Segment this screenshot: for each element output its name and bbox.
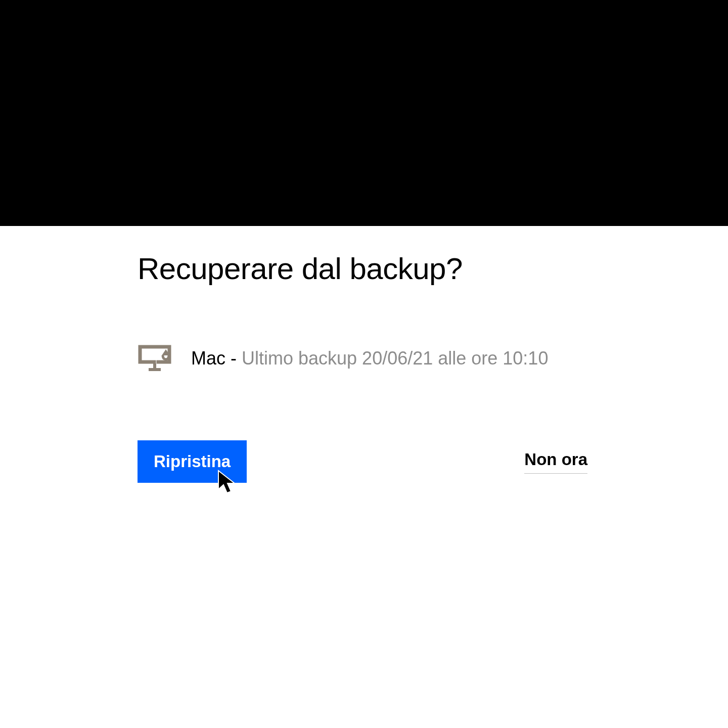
- backup-info-row: Mac - Ultimo backup 20/06/21 alle ore 10…: [138, 344, 728, 372]
- top-bar: [0, 0, 728, 226]
- restore-button[interactable]: Ripristina: [138, 440, 247, 483]
- separator: -: [225, 348, 242, 369]
- dialog-content: Recuperare dal backup? Mac - Ultimo back…: [0, 226, 728, 483]
- button-row: Ripristina Non ora: [138, 440, 587, 483]
- not-now-button[interactable]: Non ora: [524, 450, 587, 474]
- monitor-restore-icon: [138, 344, 172, 372]
- backup-detail: Ultimo backup 20/06/21 alle ore 10:10: [242, 348, 548, 369]
- dialog-title: Recuperare dal backup?: [138, 251, 728, 286]
- device-name: Mac: [191, 348, 225, 369]
- backup-text: Mac - Ultimo backup 20/06/21 alle ore 10…: [191, 348, 548, 369]
